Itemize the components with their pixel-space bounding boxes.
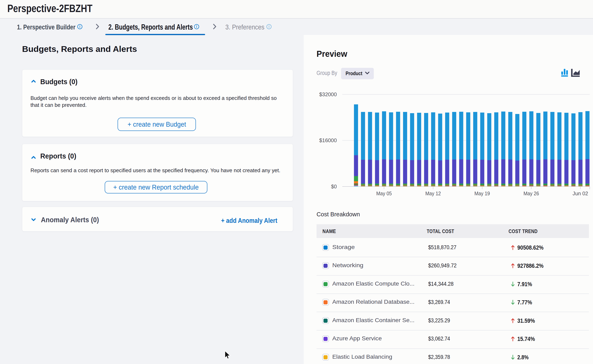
svg-text:$0: $0 xyxy=(331,183,337,189)
svg-text:Jun 02: Jun 02 xyxy=(573,190,588,196)
svg-text:May 12: May 12 xyxy=(425,190,441,196)
svg-text:May 26: May 26 xyxy=(523,190,539,196)
svg-text:$16000: $16000 xyxy=(319,137,337,143)
svg-text:$32000: $32000 xyxy=(319,91,337,98)
svg-text:May 05: May 05 xyxy=(376,190,392,196)
svg-text:May 19: May 19 xyxy=(474,190,490,196)
